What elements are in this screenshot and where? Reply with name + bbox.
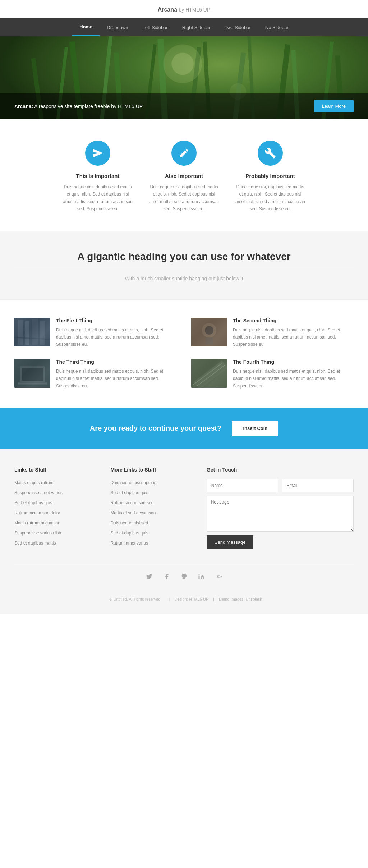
footer-col-more-links: More Links to Stuff Duis neque nisi dapi… (110, 467, 192, 550)
hero-text: Arcana: A responsive site template freeb… (14, 104, 143, 109)
contact-submit-button[interactable]: Send Message (207, 535, 254, 549)
footer-link-item: Rutrum accumsan dolor (14, 509, 96, 516)
footer-design-link[interactable]: Design: HTML5 UP (174, 597, 208, 601)
thing-title-4: The Fourth Thing (233, 359, 354, 365)
thing-desc-4: Duis neque nisi, dapibus sed mattis et q… (233, 368, 354, 390)
nav-two-sidebar[interactable]: Two Sidebar (217, 19, 258, 36)
nav-no-sidebar[interactable]: No Sidebar (258, 19, 296, 36)
social-linkedin-link[interactable] (195, 571, 208, 584)
thing-title-3: The Third Thing (56, 359, 177, 365)
footer-link-2-7[interactable]: Rutrum amet varius (110, 541, 148, 546)
thing-desc-1: Duis neque nisi, dapibus sed mattis et q… (56, 326, 177, 348)
footer-link-1-1[interactable]: Mattis et quis rutrum (14, 480, 54, 485)
social-twitter-link[interactable] (143, 571, 156, 584)
footer-link-item: Sed et dapibus mattis (14, 539, 96, 546)
contact-message-input[interactable] (207, 496, 354, 532)
footer-link-item: Mattis et quis rutrum (14, 479, 96, 486)
footer-col-contact: Get In Touch Send Message (207, 467, 354, 550)
feature-icon-3 (258, 141, 283, 166)
svg-rect-22 (32, 319, 38, 345)
footer-link-1-2[interactable]: Suspendisse amet varius (14, 490, 63, 495)
feature-icon-2 (171, 141, 197, 166)
thing-title-1: The First Thing (56, 318, 177, 323)
thing-title-2: The Second Thing (233, 318, 354, 323)
thing-image-4 (191, 359, 227, 388)
footer-links-list-2: Duis neque nisi dapibus Sed et dapibus q… (110, 479, 192, 546)
thing-content-1: The First Thing Duis neque nisi, dapibus… (56, 318, 177, 348)
contact-email-input[interactable] (282, 479, 354, 492)
footer-columns: Links to Stuff Mattis et quis rutrum Sus… (14, 467, 354, 550)
features-section: This Is Important Duis neque nisi, dapib… (0, 119, 368, 231)
footer-link-2-5[interactable]: Duis neque nisi sed (110, 520, 148, 525)
footer-link-item: Rutrum amet varius (110, 539, 192, 546)
banner-heading: A gigantic heading you can use for whate… (14, 251, 354, 262)
site-footer: Links to Stuff Mattis et quis rutrum Sus… (0, 449, 368, 614)
contact-form: Send Message (207, 479, 354, 549)
footer-link-1-5[interactable]: Mattis rutrum accumsan (14, 520, 60, 525)
thing-content-3: The Third Thing Duis neque nisi, dapibus… (56, 359, 177, 390)
banner-divider (14, 269, 354, 269)
contact-row-name-email (207, 479, 354, 492)
thing-image-2 (191, 318, 227, 346)
footer-link-2-6[interactable]: Sed et dapibus quis (110, 531, 148, 536)
contact-name-input[interactable] (207, 479, 279, 492)
nav-dropdown[interactable]: Dropdown (100, 19, 135, 36)
footer-link-2-4[interactable]: Mattis et sed accumsan (110, 510, 156, 515)
feature-desc-1: Duis neque nisi, dapibus sed mattis et q… (62, 183, 134, 213)
svg-rect-23 (40, 321, 45, 345)
footer-link-item: Rutrum accumsan sed (110, 499, 192, 506)
svg-point-17 (171, 53, 194, 75)
footer-separator-2: | (213, 597, 215, 601)
brand-name: Arcana (158, 6, 177, 13)
nav-home[interactable]: Home (72, 18, 100, 36)
brand-by: by HTML5 UP (179, 7, 210, 13)
social-googleplus-link[interactable] (212, 571, 225, 584)
svg-rect-28 (206, 337, 213, 345)
footer-link-item: Sed et dapibus quis (14, 499, 96, 506)
nav-left-sidebar[interactable]: Left Sidebar (135, 19, 175, 36)
footer-link-2-3[interactable]: Rutrum accumsan sed (110, 500, 153, 505)
site-header: Arcana by HTML5 UP (0, 0, 368, 18)
banner-subtitle: With a much smaller subtitle hanging out… (14, 276, 354, 281)
footer-link-item: Duis neque nisi sed (110, 519, 192, 526)
thing-image-1 (14, 318, 50, 346)
footer-link-2-2[interactable]: Sed et dapibus quis (110, 490, 148, 495)
things-section: The First Thing Duis neque nisi, dapibus… (0, 300, 368, 408)
footer-link-item: Mattis et sed accumsan (110, 509, 192, 516)
cta-section: Are you ready to continue your quest? In… (0, 408, 368, 449)
social-github-link[interactable] (178, 571, 190, 584)
footer-link-item: Sed et dapibus quis (110, 529, 192, 536)
nav-right-sidebar[interactable]: Right Sidebar (175, 19, 218, 36)
feature-icon-1 (85, 141, 110, 166)
footer-link-1-4[interactable]: Rutrum accumsan dolor (14, 510, 60, 515)
footer-link-1-3[interactable]: Sed et dapibus quis (14, 500, 52, 505)
svg-point-27 (205, 326, 213, 335)
hero-body: A responsive site template freebie by HT… (34, 104, 143, 109)
footer-copyright: © Untitled. All rights reserved (110, 597, 161, 601)
social-bar (14, 564, 354, 592)
footer-link-1-6[interactable]: Suspendisse varius nibh (14, 531, 61, 536)
footer-link-item: Suspendisse amet varius (14, 489, 96, 496)
footer-bottom: © Untitled. All rights reserved | Design… (14, 592, 354, 603)
banner-section: A gigantic heading you can use for whate… (0, 231, 368, 300)
social-facebook-link[interactable] (160, 571, 173, 584)
hero-learn-more-button[interactable]: Learn More (314, 100, 354, 112)
cta-insert-coin-button[interactable]: Insert Coin (232, 421, 278, 436)
thing-image-3 (14, 359, 50, 388)
thing-item-1: The First Thing Duis neque nisi, dapibus… (14, 318, 177, 348)
footer-col-links: Links to Stuff Mattis et quis rutrum Sus… (14, 467, 96, 550)
hero-brand: Arcana: (14, 104, 33, 109)
thing-content-2: The Second Thing Duis neque nisi, dapibu… (233, 318, 354, 348)
footer-link-2-1[interactable]: Duis neque nisi dapibus (110, 480, 156, 485)
thing-desc-3: Duis neque nisi, dapibus sed mattis et q… (56, 368, 177, 390)
feature-item-1: This Is Important Duis neque nisi, dapib… (62, 141, 134, 213)
thing-item-4: The Fourth Thing Duis neque nisi, dapibu… (191, 359, 354, 390)
footer-link-item: Mattis rutrum accumsan (14, 519, 96, 526)
feature-item-2: Also Important Duis neque nisi, dapibus … (148, 141, 220, 213)
footer-col3-title: Get In Touch (207, 467, 354, 473)
footer-link-item: Suspendisse varius nibh (14, 529, 96, 536)
footer-link-item: Duis neque nisi dapibus (110, 479, 192, 486)
footer-link-1-7[interactable]: Sed et dapibus mattis (14, 541, 56, 546)
footer-images-link[interactable]: Demo Images: Unsplash (219, 597, 262, 601)
thing-item-2: The Second Thing Duis neque nisi, dapibu… (191, 318, 354, 348)
